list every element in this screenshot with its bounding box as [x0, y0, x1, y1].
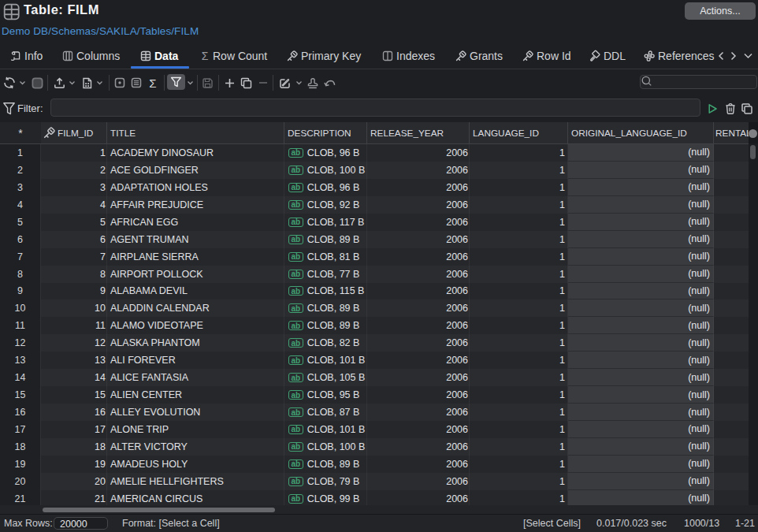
svg-text:Σ: Σ	[202, 50, 209, 61]
svg-text:Σ: Σ	[149, 77, 156, 89]
